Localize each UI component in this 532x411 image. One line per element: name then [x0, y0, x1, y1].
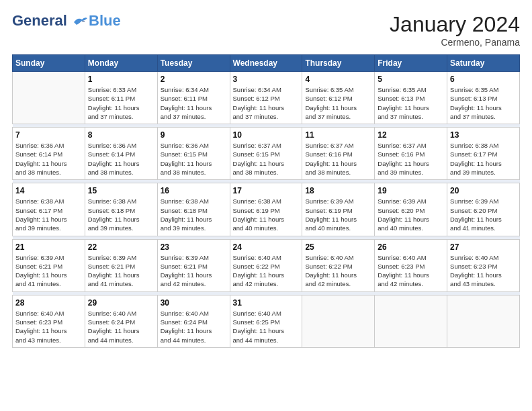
day-number: 4 [305, 75, 371, 84]
day-info: Sunrise: 6:39 AM Sunset: 6:21 PM Dayligh… [15, 253, 82, 289]
day-info: Sunrise: 6:36 AM Sunset: 6:15 PM Dayligh… [161, 141, 227, 177]
day-info: Sunrise: 6:35 AM Sunset: 6:12 PM Dayligh… [305, 85, 371, 121]
day-info: Sunrise: 6:40 AM Sunset: 6:25 PM Dayligh… [233, 309, 300, 345]
day-number: 22 [88, 242, 154, 252]
day-number: 19 [378, 186, 444, 195]
day-info: Sunrise: 6:37 AM Sunset: 6:16 PM Dayligh… [305, 141, 371, 177]
day-info: Sunrise: 6:37 AM Sunset: 6:15 PM Dayligh… [233, 141, 300, 177]
day-number: 1 [88, 75, 154, 84]
day-info: Sunrise: 6:36 AM Sunset: 6:14 PM Dayligh… [88, 141, 154, 177]
day-info: Sunrise: 6:39 AM Sunset: 6:20 PM Dayligh… [450, 197, 517, 232]
table-row: 5Sunrise: 6:35 AM Sunset: 6:13 PM Daylig… [375, 72, 447, 124]
day-info: Sunrise: 6:40 AM Sunset: 6:22 PM Dayligh… [305, 253, 371, 289]
table-row: 6Sunrise: 6:35 AM Sunset: 6:13 PM Daylig… [447, 72, 520, 124]
table-row: 16Sunrise: 6:38 AM Sunset: 6:18 PM Dayli… [157, 183, 230, 236]
month-title: January 2024 [390, 12, 520, 37]
day-info: Sunrise: 6:38 AM Sunset: 6:19 PM Dayligh… [233, 197, 300, 232]
table-row: 17Sunrise: 6:38 AM Sunset: 6:19 PM Dayli… [230, 183, 302, 236]
col-friday: Friday [375, 55, 447, 72]
day-number: 2 [161, 75, 227, 84]
table-row: 10Sunrise: 6:37 AM Sunset: 6:15 PM Dayli… [230, 128, 302, 180]
day-number: 14 [15, 186, 82, 195]
table-row: 20Sunrise: 6:39 AM Sunset: 6:20 PM Dayli… [447, 183, 520, 236]
table-row: 13Sunrise: 6:38 AM Sunset: 6:17 PM Dayli… [447, 128, 520, 180]
col-thursday: Thursday [302, 55, 375, 72]
calendar-week-row: 28Sunrise: 6:40 AM Sunset: 6:23 PM Dayli… [13, 295, 520, 347]
day-number: 20 [450, 186, 517, 195]
day-info: Sunrise: 6:40 AM Sunset: 6:23 PM Dayligh… [15, 309, 82, 345]
table-row: 14Sunrise: 6:38 AM Sunset: 6:17 PM Dayli… [13, 183, 85, 236]
day-info: Sunrise: 6:35 AM Sunset: 6:13 PM Dayligh… [450, 85, 517, 121]
day-info: Sunrise: 6:39 AM Sunset: 6:21 PM Dayligh… [88, 253, 154, 289]
day-number: 11 [305, 130, 371, 140]
day-info: Sunrise: 6:39 AM Sunset: 6:20 PM Dayligh… [378, 197, 444, 232]
calendar-week-row: 1Sunrise: 6:33 AM Sunset: 6:11 PM Daylig… [13, 72, 520, 124]
day-info: Sunrise: 6:39 AM Sunset: 6:19 PM Dayligh… [305, 197, 371, 232]
day-number: 9 [161, 130, 227, 140]
table-row: 27Sunrise: 6:40 AM Sunset: 6:23 PM Dayli… [447, 239, 520, 291]
day-number: 15 [88, 186, 154, 195]
calendar-week-row: 21Sunrise: 6:39 AM Sunset: 6:21 PM Dayli… [13, 239, 520, 291]
day-info: Sunrise: 6:37 AM Sunset: 6:16 PM Dayligh… [378, 141, 444, 177]
day-number: 26 [378, 242, 444, 252]
day-number: 24 [233, 242, 300, 252]
day-info: Sunrise: 6:40 AM Sunset: 6:23 PM Dayligh… [378, 253, 444, 289]
col-wednesday: Wednesday [230, 55, 302, 72]
table-row [13, 72, 85, 124]
day-info: Sunrise: 6:36 AM Sunset: 6:14 PM Dayligh… [15, 141, 82, 177]
table-row: 22Sunrise: 6:39 AM Sunset: 6:21 PM Dayli… [85, 239, 157, 291]
table-row: 21Sunrise: 6:39 AM Sunset: 6:21 PM Dayli… [13, 239, 85, 291]
day-number: 31 [233, 298, 300, 308]
day-info: Sunrise: 6:34 AM Sunset: 6:12 PM Dayligh… [233, 85, 300, 121]
day-number: 3 [233, 75, 300, 84]
col-monday: Monday [85, 55, 157, 72]
calendar-week-row: 7Sunrise: 6:36 AM Sunset: 6:14 PM Daylig… [13, 128, 520, 180]
day-info: Sunrise: 6:40 AM Sunset: 6:24 PM Dayligh… [161, 309, 227, 345]
calendar-week-row: 14Sunrise: 6:38 AM Sunset: 6:17 PM Dayli… [13, 183, 520, 236]
day-info: Sunrise: 6:33 AM Sunset: 6:11 PM Dayligh… [88, 85, 154, 121]
day-number: 30 [161, 298, 227, 308]
logo-general: General [12, 12, 67, 29]
table-row: 26Sunrise: 6:40 AM Sunset: 6:23 PM Dayli… [375, 239, 447, 291]
day-number: 8 [88, 130, 154, 140]
table-row: 30Sunrise: 6:40 AM Sunset: 6:24 PM Dayli… [157, 295, 230, 347]
day-info: Sunrise: 6:38 AM Sunset: 6:17 PM Dayligh… [450, 141, 517, 177]
table-row [302, 295, 375, 347]
table-row: 9Sunrise: 6:36 AM Sunset: 6:15 PM Daylig… [157, 128, 230, 180]
logo-bird-icon [73, 15, 87, 28]
day-number: 25 [305, 242, 371, 252]
day-number: 23 [161, 242, 227, 252]
weekday-header-row: Sunday Monday Tuesday Wednesday Thursday… [13, 55, 520, 72]
day-number: 5 [378, 75, 444, 84]
col-saturday: Saturday [447, 55, 520, 72]
day-number: 10 [233, 130, 300, 140]
day-info: Sunrise: 6:38 AM Sunset: 6:18 PM Dayligh… [88, 197, 154, 232]
day-info: Sunrise: 6:34 AM Sunset: 6:11 PM Dayligh… [161, 85, 227, 121]
col-sunday: Sunday [13, 55, 85, 72]
table-row: 8Sunrise: 6:36 AM Sunset: 6:14 PM Daylig… [85, 128, 157, 180]
calendar-table: Sunday Monday Tuesday Wednesday Thursday… [12, 54, 520, 348]
table-row: 24Sunrise: 6:40 AM Sunset: 6:22 PM Dayli… [230, 239, 302, 291]
table-row: 4Sunrise: 6:35 AM Sunset: 6:12 PM Daylig… [302, 72, 375, 124]
subtitle: Cermeno, Panama [390, 37, 520, 48]
table-row: 29Sunrise: 6:40 AM Sunset: 6:24 PM Dayli… [85, 295, 157, 347]
day-info: Sunrise: 6:39 AM Sunset: 6:21 PM Dayligh… [161, 253, 227, 289]
logo: General Blue [12, 12, 121, 30]
day-number: 18 [305, 186, 371, 195]
header: General Blue January 2024 Cermeno, Panam… [12, 12, 520, 48]
table-row: 7Sunrise: 6:36 AM Sunset: 6:14 PM Daylig… [13, 128, 85, 180]
day-number: 13 [450, 130, 517, 140]
day-number: 12 [378, 130, 444, 140]
day-number: 16 [161, 186, 227, 195]
table-row [447, 295, 520, 347]
day-info: Sunrise: 6:35 AM Sunset: 6:13 PM Dayligh… [378, 85, 444, 121]
day-number: 28 [15, 298, 82, 308]
col-tuesday: Tuesday [157, 55, 230, 72]
day-number: 7 [15, 130, 82, 140]
table-row: 23Sunrise: 6:39 AM Sunset: 6:21 PM Dayli… [157, 239, 230, 291]
day-info: Sunrise: 6:40 AM Sunset: 6:22 PM Dayligh… [233, 253, 300, 289]
table-row: 3Sunrise: 6:34 AM Sunset: 6:12 PM Daylig… [230, 72, 302, 124]
day-info: Sunrise: 6:38 AM Sunset: 6:18 PM Dayligh… [161, 197, 227, 232]
day-info: Sunrise: 6:40 AM Sunset: 6:23 PM Dayligh… [450, 253, 517, 289]
table-row: 11Sunrise: 6:37 AM Sunset: 6:16 PM Dayli… [302, 128, 375, 180]
